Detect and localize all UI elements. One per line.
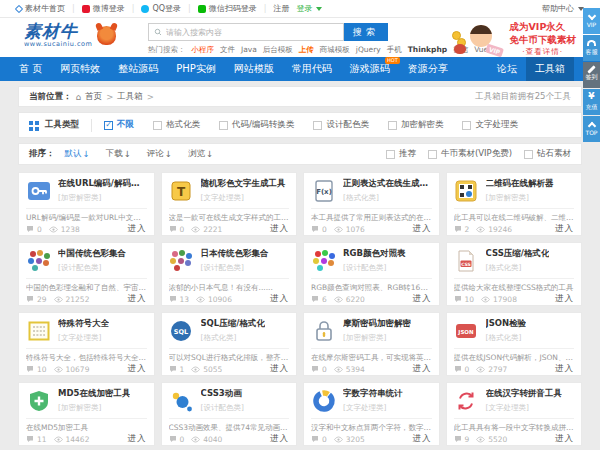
- vip-promo-banner[interactable]: VIP 成为VIP永久 免牛币下载素材 ·查看详情·: [452, 21, 577, 57]
- tool-card[interactable]: 特殊符号大全[文字处理类]特殊符号大全，包括特殊符号大全,特殊符...10106…: [18, 312, 155, 376]
- search-button[interactable]: 搜索: [344, 23, 388, 41]
- tool-card[interactable]: 在线汉字转拼音工具[文字处理类]此工具具有将一段中文字转换成拼音的功能95520…: [446, 382, 583, 446]
- hot-search-term[interactable]: 后台模板: [263, 45, 293, 55]
- tool-card[interactable]: 二维码在线解析器[加密解密类]此工具可以在线二维码破解、二维码内容查...219…: [446, 172, 583, 236]
- enter-tool-link[interactable]: 进入: [128, 433, 147, 445]
- tool-title-link[interactable]: CSS3动画: [201, 388, 244, 400]
- filter-option-checkbox[interactable]: 设计配色类: [313, 119, 369, 131]
- filter-option-checkbox[interactable]: 格式化类: [153, 119, 200, 131]
- tool-title-link[interactable]: MD5在线加密工具: [58, 388, 130, 400]
- enter-tool-link[interactable]: 进入: [555, 223, 574, 235]
- nav-item-link[interactable]: 游戏源码HOT: [341, 57, 399, 81]
- tool-card[interactable]: F(x)正则表达式在线生成工具[格式化类]本工具提供了常用正则表达式的在线生成功…: [303, 172, 440, 236]
- tool-title-link[interactable]: RGB颜色对照表: [343, 248, 406, 260]
- tool-title-link[interactable]: 摩斯密码加密解密: [343, 318, 411, 330]
- enter-tool-link[interactable]: 进入: [128, 223, 147, 235]
- nav-item-link[interactable]: 资源分享: [399, 57, 457, 81]
- tool-title-link[interactable]: 二维码在线解析器: [486, 178, 554, 190]
- enter-tool-link[interactable]: 进入: [413, 293, 432, 305]
- enter-tool-link[interactable]: 进入: [270, 433, 289, 445]
- sort-option[interactable]: 默认↓: [65, 148, 90, 160]
- tool-title-link[interactable]: 特殊符号大全: [58, 318, 109, 330]
- tool-title-link[interactable]: CSS压缩/格式化: [486, 248, 550, 260]
- tool-card[interactable]: 字数字符串统计[文字处理类]汉字和中文标点算两个字符，数字、空格、...0320…: [303, 382, 440, 446]
- site-logo[interactable]: 素材牛 www.sucainiu.com: [24, 23, 116, 48]
- register-link[interactable]: 注册: [273, 3, 289, 14]
- enter-tool-link[interactable]: 进入: [555, 433, 574, 445]
- sidebar-recharge-button[interactable]: ¥充值: [583, 89, 600, 115]
- home-link[interactable]: 素材牛首页: [16, 3, 65, 14]
- weibo-login-link[interactable]: 微博登录: [82, 3, 125, 14]
- tool-title-link[interactable]: JSON检验: [486, 318, 527, 330]
- hot-search-term[interactable]: jQuery: [356, 45, 381, 55]
- hot-search-term[interactable]: 上传: [299, 45, 314, 55]
- wechat-login-link[interactable]: 微信扫码登录: [198, 3, 257, 14]
- tool-title-link[interactable]: 中国传统色彩集合: [58, 248, 126, 260]
- tool-card[interactable]: MD5在线加密工具[加密解密类]在线MD5加密工具1114462进入: [18, 382, 155, 446]
- tool-card[interactable]: 在线URL编码/解码工具[加密解密类]URL解码/编码是一款对URL中文进行en…: [18, 172, 155, 236]
- qq-login-link[interactable]: QQ登录: [141, 3, 181, 14]
- sort-filter-checkbox[interactable]: 推荐: [386, 148, 416, 160]
- sidebar-top-button[interactable]: TOP: [583, 116, 600, 142]
- search-input[interactable]: [166, 28, 338, 37]
- sort-option[interactable]: 下载↓: [106, 148, 131, 160]
- tool-card[interactable]: T随机彩色文字生成工具[文字处理类]这是一款可在线生成文字样式的工具，用户...…: [161, 172, 298, 236]
- enter-tool-link[interactable]: 进入: [413, 363, 432, 375]
- tool-card[interactable]: 中国传统色彩集合[设计配色类]中国的色彩理念融和了自然、宇宙、伦理、...292…: [18, 242, 155, 306]
- hot-search-term[interactable]: 小程序: [192, 45, 215, 55]
- nav-item-link[interactable]: 首 页: [10, 57, 51, 81]
- sidebar-vip-button[interactable]: VIP: [583, 8, 600, 34]
- tool-title-link[interactable]: 正则表达式在线生成工具: [343, 178, 432, 190]
- enter-tool-link[interactable]: 进入: [128, 293, 147, 305]
- enter-tool-link[interactable]: 进入: [555, 363, 574, 375]
- filter-option-checkbox[interactable]: 加密解密类: [388, 119, 444, 131]
- nav-item-link[interactable]: 论坛: [488, 57, 526, 81]
- nav-item-link[interactable]: 常用代码: [283, 57, 341, 81]
- tool-card[interactable]: RGB颜色对照表[设计配色类]RGB颜色查询对照表、RGB转16进制、RG...…: [303, 242, 440, 306]
- enter-tool-link[interactable]: 进入: [270, 293, 289, 305]
- tool-card[interactable]: 日本传统色彩集合[设计配色类]浓郁的小日本气息！有没有......1310906…: [161, 242, 298, 306]
- nav-item-link[interactable]: 网页特效: [51, 57, 109, 81]
- enter-tool-link[interactable]: 进入: [555, 293, 574, 305]
- nav-item-active[interactable]: 工具箱: [526, 57, 574, 81]
- tool-title-link[interactable]: 随机彩色文字生成工具: [201, 178, 286, 190]
- tool-card[interactable]: JSONJSON检验[格式化类]提供在线JSON代码解析，JSON、JSON解.…: [446, 312, 583, 376]
- hot-search-term[interactable]: Java: [241, 45, 257, 55]
- login-link[interactable]: 登录: [296, 3, 322, 14]
- tool-title-link[interactable]: 在线汉字转拼音工具: [486, 388, 563, 400]
- hot-search-term[interactable]: 文件: [220, 45, 235, 55]
- enter-tool-link[interactable]: 进入: [128, 363, 147, 375]
- filter-option-checkbox[interactable]: ✓不限: [104, 119, 134, 131]
- filter-option-checkbox[interactable]: 文字处理类: [462, 119, 518, 131]
- nav-item-link[interactable]: 整站源码: [109, 57, 167, 81]
- hot-search-term[interactable]: 手机: [387, 45, 402, 55]
- tool-title-link[interactable]: 在线URL编码/解码工具: [58, 178, 147, 190]
- sort-filter-checkbox[interactable]: 牛币素材(VIP免费): [428, 148, 512, 160]
- sort-option[interactable]: 浏览↓: [188, 148, 213, 160]
- nav-item-link[interactable]: 网站模版: [225, 57, 283, 81]
- vip-details-link[interactable]: ·查看详情·: [510, 47, 577, 57]
- sidebar-service-button[interactable]: 客服: [583, 35, 600, 61]
- tool-title-link[interactable]: 字数字符串统计: [343, 388, 403, 400]
- breadcrumb-current-link[interactable]: 工具箱: [117, 91, 143, 103]
- tool-card[interactable]: CSS3动画[设计配色类]CSS3动画效果、提供74常见动画效果04040进入: [161, 382, 298, 446]
- tool-title-link[interactable]: 日本传统色彩集合: [201, 248, 269, 260]
- tool-title-link[interactable]: SQL压缩/格式化: [201, 318, 265, 330]
- tool-card[interactable]: SQLSQL压缩/格式化[格式化类]可以对SQL进行格式化排版，整齐的进行...…: [161, 312, 298, 376]
- enter-tool-link[interactable]: 进入: [413, 223, 432, 235]
- tool-card[interactable]: CSSCSS压缩/格式化[格式化类]提供给大家在线整理CSS格式的工具10179…: [446, 242, 583, 306]
- help-center-link[interactable]: 帮助中心: [542, 3, 584, 14]
- breadcrumb-home-link[interactable]: 首页: [85, 91, 102, 103]
- hot-search-term[interactable]: 商城模板: [320, 45, 350, 55]
- enter-tool-link[interactable]: 进入: [270, 223, 289, 235]
- sort-option[interactable]: 评论↓: [147, 148, 172, 160]
- hot-search-term[interactable]: Thinkphp: [408, 45, 447, 55]
- tool-card[interactable]: 摩斯密码加密解密[加密解密类]在线摩尔斯密码工具，可实现将英文字母数...053…: [303, 312, 440, 376]
- sort-filter-checkbox[interactable]: 钻石素材: [524, 148, 571, 160]
- tool-description: RGB颜色查询对照表、RGB转16进制、RG...: [311, 278, 432, 292]
- sidebar-signin-button[interactable]: 签到: [583, 62, 600, 88]
- enter-tool-link[interactable]: 进入: [270, 363, 289, 375]
- filter-option-checkbox[interactable]: 代码/编码转换类: [219, 119, 294, 131]
- nav-item-link[interactable]: PHP实例: [167, 57, 225, 81]
- enter-tool-link[interactable]: 进入: [413, 433, 432, 445]
